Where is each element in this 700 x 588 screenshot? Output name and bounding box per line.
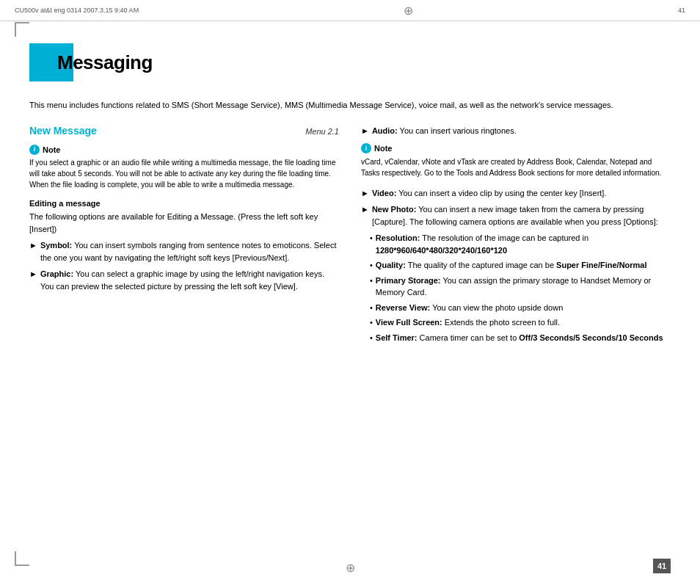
editing-intro: The following options are available for … (29, 211, 339, 235)
note-label-1: Note (43, 144, 60, 156)
header-crosshair (401, 3, 416, 18)
left-column: New Message Menu 2.1 i Note If you selec… (29, 125, 339, 347)
header-right: 41 (678, 7, 685, 14)
bullet-arrow-audio: ► (361, 125, 369, 137)
bullet-content-new-photo: New Photo: You can insert a new image ta… (372, 203, 671, 228)
sub-bullet-text-reverse-view: You can view the photo upside down (432, 303, 563, 312)
note-text-1: If you select a graphic or an audio file… (29, 157, 339, 190)
sub-bullet-dot-self-timer: • (370, 332, 373, 344)
bottom-crosshair: ⊕ (346, 561, 355, 575)
sub-bullet-text-quality: The quality of the captured image can be… (408, 261, 647, 269)
bullet-content-audio: Audio: You can insert various ringtones. (372, 125, 671, 137)
right-column: ► Audio: You can insert various ringtone… (361, 125, 671, 347)
sub-bullet-view-full-screen: • View Full Screen: Extends the photo sc… (361, 316, 671, 329)
bullet-video: ► Video: You can insert a video clip by … (361, 187, 671, 200)
new-message-header-row: New Message Menu 2.1 (29, 125, 339, 138)
bullet-text-video: You can insert a video clip by using the… (398, 189, 606, 197)
editing-heading: Editing a message (29, 199, 339, 208)
bullet-content-symbol: Symbol: You can insert symbols ranging f… (40, 239, 339, 264)
header-bar: CU500v at&t eng 0314 2007.3.15 9:40 AM 4… (0, 0, 700, 21)
new-message-menu: Menu 2.1 (305, 127, 339, 136)
bullet-text-symbol: You can insert symbols ranging from sent… (40, 241, 337, 262)
bullet-text-audio: You can insert various ringtones. (400, 126, 517, 135)
sub-bullet-dot-reverse-view: • (370, 302, 373, 314)
note-box-1: i Note If you select a graphic or an aud… (29, 144, 339, 191)
sub-bullet-dot-primary-storage: • (370, 275, 373, 287)
page-number-box: 41 (653, 559, 671, 573)
bullet-label-symbol: Symbol: (40, 241, 72, 250)
title-block: Messaging (29, 43, 671, 81)
sub-bullet-text-self-timer: Camera timer can be set to Off/3 Seconds… (420, 333, 663, 342)
sub-bullet-primary-storage: • Primary Storage: You can assign the pr… (361, 275, 671, 299)
two-column-layout: New Message Menu 2.1 i Note If you selec… (29, 125, 671, 347)
note-label-2: Note (374, 142, 392, 155)
page-container: Messaging This menu includes functions r… (0, 21, 700, 376)
sub-bullet-self-timer: • Self Timer: Camera timer can be set to… (361, 332, 671, 344)
sub-bullet-label-view-full-screen: View Full Screen: (376, 318, 442, 327)
bullet-label-audio: Audio: (372, 126, 398, 135)
note-title-1: i Note (29, 144, 339, 156)
bullet-arrow-symbol: ► (29, 239, 37, 252)
bullet-audio: ► Audio: You can insert various ringtone… (361, 125, 671, 137)
note-icon-2: i (361, 143, 371, 153)
sub-bullet-label-primary-storage: Primary Storage: (376, 276, 441, 285)
sub-bullet-label-reverse-view: Reverse View: (376, 303, 430, 312)
note-title-2: i Note (361, 142, 671, 155)
corner-mark-tl (15, 22, 29, 37)
sub-bullet-text-view-full-screen: Extends the photo screen to full. (445, 318, 560, 327)
sub-bullet-content-quality: Quality: The quality of the captured ima… (376, 259, 671, 272)
header-left: CU500v at&t eng 0314 2007.3.15 9:40 AM (15, 7, 139, 14)
bullet-symbol: ► Symbol: You can insert symbols ranging… (29, 239, 339, 264)
bullet-content-video: Video: You can insert a video clip by us… (372, 187, 671, 200)
new-message-heading: New Message (29, 125, 97, 137)
sub-bullet-dot-quality: • (370, 259, 373, 272)
bullet-label-video: Video: (372, 189, 396, 197)
sub-bullet-label-self-timer: Self Timer: (376, 333, 418, 342)
sub-bullet-label-resolution: Resolution: (376, 233, 420, 242)
sub-bullet-dot-view-full-screen: • (370, 316, 373, 329)
sub-bullet-content-resolution: Resolution: The resolution of the image … (376, 232, 671, 256)
sub-bullet-content-primary-storage: Primary Storage: You can assign the prim… (376, 275, 671, 299)
bullet-label-new-photo: New Photo: (372, 205, 417, 214)
note-icon-1: i (29, 145, 40, 155)
bullet-arrow-graphic: ► (29, 268, 37, 280)
sub-bullet-quality: • Quality: The quality of the captured i… (361, 259, 671, 272)
bullet-label-graphic: Graphic: (40, 269, 73, 278)
sub-bullet-content-reverse-view: Reverse View: You can view the photo ups… (376, 302, 671, 314)
bullet-arrow-new-photo: ► (361, 203, 369, 216)
sub-bullet-label-quality: Quality: (376, 261, 406, 269)
page-number: 41 (657, 562, 666, 570)
intro-text: This menu includes functions related to … (29, 99, 671, 112)
bullet-arrow-video: ► (361, 187, 369, 200)
bullet-graphic: ► Graphic: You can select a graphic imag… (29, 268, 339, 292)
note-box-2: i Note vCard, vCalendar, vNote and vTask… (361, 142, 671, 178)
bullet-content-graphic: Graphic: You can select a graphic image … (40, 268, 339, 292)
bullet-new-photo: ► New Photo: You can insert a new image … (361, 203, 671, 228)
page-title: Messaging (51, 51, 153, 74)
bullet-text-graphic: You can select a graphic image by using … (40, 269, 324, 291)
sub-bullet-resolution: • Resolution: The resolution of the imag… (361, 232, 671, 256)
sub-bullet-reverse-view: • Reverse View: You can view the photo u… (361, 302, 671, 314)
sub-bullet-content-view-full-screen: View Full Screen: Extends the photo scre… (376, 316, 671, 329)
sub-bullet-dot-resolution: • (370, 232, 373, 244)
note-text-2: vCard, vCalendar, vNote and vTask are cr… (361, 156, 671, 178)
corner-mark-bl (15, 551, 29, 566)
sub-bullet-content-self-timer: Self Timer: Camera timer can be set to O… (376, 332, 671, 344)
